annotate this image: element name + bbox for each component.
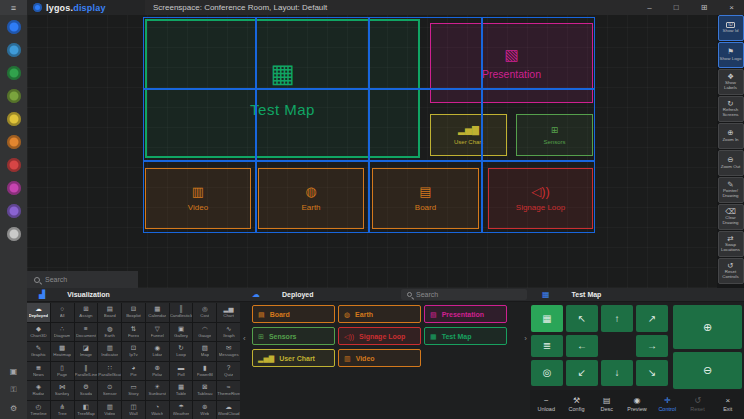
toolbar-button[interactable]: ⊖ Zoom Out: [718, 150, 744, 176]
visualization-item[interactable]: ◈ Radar: [27, 381, 50, 400]
visualization-item[interactable]: ≣ News: [27, 362, 50, 381]
visualization-item[interactable]: ? Quiz: [217, 362, 240, 381]
visualization-item[interactable]: ◴ Timeline: [27, 401, 50, 419]
visualization-item[interactable]: ⊕ Polar: [146, 362, 169, 381]
deployed-item[interactable]: ◍ Earth: [338, 305, 421, 323]
pan-control-button[interactable]: ↑: [601, 305, 633, 332]
pan-control-button[interactable]: ≣: [531, 335, 563, 357]
visualization-item[interactable]: ◪ Image: [75, 342, 98, 361]
visualization-item[interactable]: ⋈ Sankey: [51, 381, 74, 400]
deployed-item[interactable]: ▂▅▇ User Chart: [252, 349, 335, 367]
rail-app-icon[interactable]: [7, 89, 21, 103]
visualization-item[interactable]: ↻ Loop: [170, 342, 193, 361]
visualization-item[interactable]: ▽ Funnel: [146, 323, 169, 342]
visualization-item[interactable]: ▦ Calendar: [146, 303, 169, 322]
deployed-prev-arrow[interactable]: ‹: [243, 334, 246, 343]
toolbar-button[interactable]: ⚑ Show Logo: [718, 42, 744, 68]
visualization-item[interactable]: ∥ ParallelLine: [75, 362, 98, 381]
pan-control-button[interactable]: [601, 335, 633, 357]
visualization-item[interactable]: ◉ Lidar: [146, 342, 169, 361]
visualization-item[interactable]: ◔ Watch: [146, 401, 169, 419]
rail-app-icon[interactable]: [7, 43, 21, 57]
pan-control-button[interactable]: ↘: [636, 360, 668, 386]
pan-control-button[interactable]: ◎: [531, 360, 563, 386]
rail-app-icon[interactable]: [7, 227, 21, 241]
pan-control-button[interactable]: ←: [566, 335, 598, 357]
visualization-item[interactable]: ⊙ Sensor: [98, 381, 121, 400]
tile-windows-button[interactable]: ⊞: [701, 0, 708, 15]
deployed-next-arrow[interactable]: ›: [524, 334, 527, 343]
toolbar-button[interactable]: ↺ Reset Controls: [718, 258, 744, 284]
visualization-item[interactable]: ⇅ Forex: [122, 323, 145, 342]
rail-app-icon[interactable]: [7, 66, 21, 80]
zoom-control-button[interactable]: ⊕: [673, 305, 742, 349]
visualization-item[interactable]: ⊠ Tableau: [193, 381, 216, 400]
visualization-item[interactable]: ▮ PowerBI: [193, 362, 216, 381]
deployed-item[interactable]: ▤ Board: [252, 305, 335, 323]
close-button[interactable]: ×: [729, 0, 734, 15]
pan-control-button[interactable]: ↗: [636, 305, 668, 332]
visualization-item[interactable]: ◆ Chart3D: [27, 323, 50, 342]
testmap-action-button[interactable]: − Unload: [532, 397, 560, 413]
visualization-item[interactable]: ∷ ParallelScatter: [98, 362, 121, 381]
visualization-item[interactable]: ≈ ThemeRiver: [217, 381, 240, 400]
visualization-item[interactable]: ∿ Graph: [217, 323, 240, 342]
visualization-item[interactable]: ▤ Board: [98, 303, 121, 322]
testmap-action-button[interactable]: ✛ Control: [653, 397, 681, 413]
deployed-search-input[interactable]: [416, 291, 521, 298]
visualization-item[interactable]: ⊟ Boxplot: [122, 303, 145, 322]
zoom-control-button[interactable]: ⊖: [673, 352, 742, 389]
visualization-item[interactable]: ▦ Table: [170, 381, 193, 400]
visualization-item[interactable]: ☂ Weather: [170, 401, 193, 419]
testmap-action-button[interactable]: ▤ Desc: [593, 397, 621, 413]
rail-app-icon[interactable]: [7, 135, 21, 149]
pan-control-button[interactable]: ↓: [601, 360, 633, 386]
visualization-item[interactable]: ◠ Gauge: [193, 323, 216, 342]
sidebar-search-input[interactable]: [45, 276, 131, 283]
visualization-item[interactable]: ⊡ IpTv: [122, 342, 145, 361]
rail-app-icon[interactable]: [7, 20, 21, 34]
deployed-item[interactable]: ◁)) Signage Loop: [338, 327, 421, 345]
visualization-item[interactable]: ▥ Indicator: [98, 342, 121, 361]
visualization-item[interactable]: ▬ Poll: [170, 362, 193, 381]
deployed-item[interactable]: ⊞ Sensors: [252, 327, 335, 345]
minimize-button[interactable]: –: [647, 0, 651, 15]
visualization-item[interactable]: ◎ Cost: [193, 303, 216, 322]
pan-control-button[interactable]: ↙: [566, 360, 598, 386]
pan-control-button[interactable]: ▦: [531, 305, 563, 332]
pan-control-button[interactable]: ↖: [566, 305, 598, 332]
testmap-action-button[interactable]: × Exit: [714, 397, 742, 413]
toolbar-button[interactable]: ⌫ Clear Drawing: [718, 204, 744, 230]
visualization-item[interactable]: ⊛ Web: [193, 401, 216, 419]
visualization-item[interactable]: ▣ Gallery: [170, 323, 193, 342]
toolbar-button[interactable]: ✎ Pointer/ Drawing: [718, 177, 744, 203]
visualization-item[interactable]: ✉ Messages: [217, 342, 240, 361]
layout-canvas[interactable]: ▦ Test Map ▧ Presentation ▂▅▇ User Chart…: [27, 15, 717, 288]
gear-icon[interactable]: ⚙: [10, 404, 17, 413]
visualization-item[interactable]: ✎ Graphic: [27, 342, 50, 361]
testmap-action-button[interactable]: ⚒ Config: [563, 397, 591, 413]
toolbar-button[interactable]: ⇄ Swap Locations: [718, 231, 744, 257]
visualization-item[interactable]: ☁ WordCloud: [217, 401, 240, 419]
visualization-item[interactable]: ≡ Document: [75, 323, 98, 342]
media-icon[interactable]: ▣: [10, 367, 18, 376]
rail-app-icon[interactable]: [7, 158, 21, 172]
toolbar-button[interactable]: ↻ Refresh Screens: [718, 96, 744, 122]
visualization-item[interactable]: ∴ Diagram: [51, 323, 74, 342]
visualization-item[interactable]: ▩ Heatmap: [51, 342, 74, 361]
visualization-item[interactable]: ◍ Earth: [98, 323, 121, 342]
rail-app-icon[interactable]: [7, 204, 21, 218]
visualization-item[interactable]: ⋔ Tree: [51, 401, 74, 419]
visualization-item[interactable]: ⊞ Assign: [75, 303, 98, 322]
visualization-item[interactable]: ▭ Story: [122, 381, 145, 400]
visualization-item[interactable]: ▨ Map: [193, 342, 216, 361]
visualization-item[interactable]: ◧ TreeMap: [75, 401, 98, 419]
deployed-item[interactable]: ▧ Presentation: [424, 305, 507, 323]
rail-app-icon[interactable]: [7, 112, 21, 126]
visualization-item[interactable]: ▂▅ Chart: [217, 303, 240, 322]
testmap-action-button[interactable]: ◉ Preview: [623, 397, 651, 413]
fullscreen-button[interactable]: □: [674, 0, 679, 15]
rail-app-icon[interactable]: [7, 181, 21, 195]
key-icon[interactable]: ⚿: [10, 385, 16, 395]
visualization-item[interactable]: ⚙ Scada: [75, 381, 98, 400]
